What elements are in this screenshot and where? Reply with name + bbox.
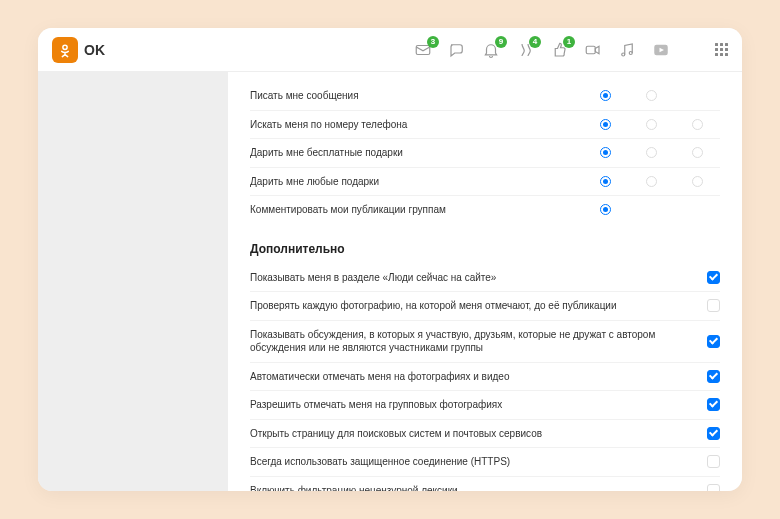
radio-option[interactable]	[600, 119, 611, 130]
bell-icon[interactable]: 9	[481, 40, 501, 60]
radio-group	[582, 90, 720, 101]
feed-badge: 4	[529, 36, 541, 48]
extra-row-label: Включить фильтрацию нецензурной лексики	[250, 484, 701, 492]
privacy-row: Искать меня по номеру телефона	[250, 111, 720, 140]
privacy-row-label: Дарить мне любые подарки	[250, 175, 576, 189]
app-window: OK 3 9 4 1	[38, 28, 742, 491]
radio-option[interactable]	[600, 90, 611, 101]
svg-rect-2	[586, 46, 595, 54]
extra-row-label: Всегда использовать защищенное соединени…	[250, 455, 701, 469]
video-icon[interactable]	[651, 40, 671, 60]
radio-option[interactable]	[646, 176, 657, 187]
extra-row-label: Автоматически отмечать меня на фотографи…	[250, 370, 701, 384]
extra-row-label: Проверять каждую фотографию, на которой …	[250, 299, 701, 313]
privacy-list: Писать мне сообщенияИскать меня по номер…	[250, 82, 720, 224]
checkbox[interactable]	[707, 271, 720, 284]
checkbox[interactable]	[707, 370, 720, 383]
privacy-row-label: Искать меня по номеру телефона	[250, 118, 576, 132]
music-icon[interactable]	[617, 40, 637, 60]
bell-badge: 9	[495, 36, 507, 48]
extra-row: Проверять каждую фотографию, на которой …	[250, 292, 720, 321]
section-extra-title: Дополнительно	[250, 242, 720, 256]
feed-icon[interactable]: 4	[515, 40, 535, 60]
mail-badge: 3	[427, 36, 439, 48]
svg-point-0	[63, 45, 67, 49]
logo-text: OK	[84, 42, 105, 58]
extra-row: Автоматически отмечать меня на фотографи…	[250, 363, 720, 392]
settings-content: Писать мне сообщенияИскать меня по номер…	[228, 72, 742, 491]
apps-grid-icon[interactable]	[715, 43, 728, 56]
radio-group	[582, 147, 720, 158]
svg-point-4	[629, 51, 632, 54]
radio-group	[582, 176, 720, 187]
sidebar	[38, 72, 228, 491]
extra-row: Показывать меня в разделе «Люди сейчас н…	[250, 264, 720, 293]
header: OK 3 9 4 1	[38, 28, 742, 72]
extra-row-label: Показывать обсуждения, в которых я участ…	[250, 328, 701, 355]
mail-icon[interactable]: 3	[413, 40, 433, 60]
extra-list: Показывать меня в разделе «Люди сейчас н…	[250, 264, 720, 492]
radio-group	[582, 119, 720, 130]
privacy-row-label: Комментировать мои публикации группам	[250, 203, 576, 217]
like-badge: 1	[563, 36, 575, 48]
extra-row: Включить фильтрацию нецензурной лексики	[250, 477, 720, 492]
top-nav: 3 9 4 1	[413, 40, 728, 60]
body: Писать мне сообщенияИскать меня по номер…	[38, 72, 742, 491]
privacy-row-label: Писать мне сообщения	[250, 89, 576, 103]
radio-option[interactable]	[692, 176, 703, 187]
radio-option[interactable]	[646, 147, 657, 158]
checkbox[interactable]	[707, 299, 720, 312]
svg-point-3	[622, 53, 625, 56]
checkbox[interactable]	[707, 455, 720, 468]
extra-row: Всегда использовать защищенное соединени…	[250, 448, 720, 477]
checkbox[interactable]	[707, 484, 720, 491]
radio-option[interactable]	[600, 147, 611, 158]
extra-row: Открыть страницу для поисковых систем и …	[250, 420, 720, 449]
extra-row: Разрешить отмечать меня на групповых фот…	[250, 391, 720, 420]
radio-option[interactable]	[646, 119, 657, 130]
like-icon[interactable]: 1	[549, 40, 569, 60]
extra-row: Показывать обсуждения, в которых я участ…	[250, 321, 720, 363]
privacy-row: Комментировать мои публикации группам	[250, 196, 720, 224]
video-call-icon[interactable]	[583, 40, 603, 60]
privacy-row: Писать мне сообщения	[250, 82, 720, 111]
privacy-row: Дарить мне любые подарки	[250, 168, 720, 197]
discussions-icon[interactable]	[447, 40, 467, 60]
radio-option[interactable]	[600, 176, 611, 187]
checkbox[interactable]	[707, 335, 720, 348]
svg-rect-1	[416, 45, 430, 54]
extra-row-label: Открыть страницу для поисковых систем и …	[250, 427, 701, 441]
checkbox[interactable]	[707, 398, 720, 411]
radio-option[interactable]	[692, 147, 703, 158]
checkbox[interactable]	[707, 427, 720, 440]
extra-row-label: Разрешить отмечать меня на групповых фот…	[250, 398, 701, 412]
radio-option[interactable]	[600, 204, 611, 215]
radio-group	[582, 204, 720, 215]
logo-mark-icon	[52, 37, 78, 63]
extra-row-label: Показывать меня в разделе «Люди сейчас н…	[250, 271, 701, 285]
logo[interactable]: OK	[52, 37, 105, 63]
privacy-row: Дарить мне бесплатные подарки	[250, 139, 720, 168]
radio-option[interactable]	[646, 90, 657, 101]
privacy-row-label: Дарить мне бесплатные подарки	[250, 146, 576, 160]
radio-option[interactable]	[692, 119, 703, 130]
